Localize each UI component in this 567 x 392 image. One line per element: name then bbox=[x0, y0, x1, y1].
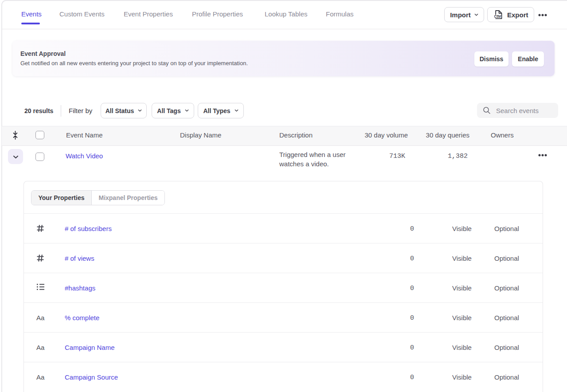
svg-text:CSV: CSV bbox=[494, 15, 501, 19]
